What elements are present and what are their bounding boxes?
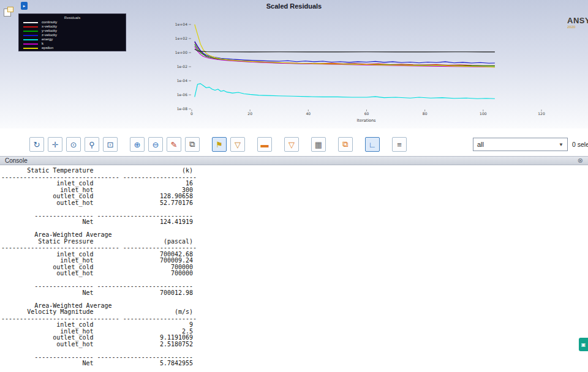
graphics-toolbar: ↻✛⊙⚲⊡⊕⊖✎⧉⚑▽▬▽▦⧉∟≡ all ▼ 0 select <box>0 133 588 155</box>
chevron-down-icon: ▼ <box>559 142 564 147</box>
chart-title: Scaled Residuals <box>0 2 588 10</box>
x-tick-label: 120 <box>538 111 545 116</box>
console-options-icon[interactable]: ⊗ <box>578 157 583 165</box>
filter-funnel-icon[interactable]: ▽ <box>230 137 245 152</box>
views-cube-icon[interactable]: ▦ <box>311 137 326 152</box>
y-tick-label: 1e-04 <box>177 78 187 83</box>
ansys-logo: ANSYS 2020 <box>567 16 588 29</box>
y-tick-label: 1e-02 <box>177 64 187 69</box>
orbit-icon[interactable]: ↻ <box>29 137 44 152</box>
y-tick-label: 1e+04 <box>175 22 187 26</box>
y-tick-label: 1e-06 <box>177 92 187 97</box>
y-tick-label: 1e-08 <box>177 106 187 111</box>
surface-filter-select[interactable]: all ▼ <box>473 138 568 151</box>
series-epsilon <box>195 24 495 67</box>
graphics-window[interactable]: ▸ Scaled Residuals Residuals continuityx… <box>0 0 588 128</box>
y-tick-label: 1e+00 <box>175 50 187 54</box>
zoom-dolly-icon[interactable]: ⊙ <box>66 137 81 152</box>
magnifier-icon[interactable]: ⚲ <box>85 137 99 152</box>
x-tick-label: 80 <box>423 111 428 116</box>
fluent-window: ▸ Scaled Residuals Residuals continuityx… <box>0 0 588 372</box>
clear-marker-icon[interactable]: ▬ <box>257 137 272 152</box>
plot-axes-icon[interactable]: ∟ <box>365 137 380 152</box>
x-tick-label: 60 <box>364 111 369 116</box>
y-tick-label: 1e+02 <box>175 36 187 40</box>
x-axis-label: Iterations <box>357 118 377 123</box>
console-output: Static Temperature (k) -----------------… <box>0 166 588 367</box>
toolbar-icons: ↻✛⊙⚲⊡⊕⊖✎⧉⚑▽▬▽▦⧉∟≡ <box>29 137 410 152</box>
selection-status: 0 select <box>572 141 588 148</box>
ansys-version-text: 2020 <box>567 25 588 29</box>
filter-options-icon[interactable]: ▽ <box>284 137 299 152</box>
zoom-out-icon[interactable]: ⊖ <box>148 137 163 152</box>
x-tick-label: 100 <box>480 111 487 116</box>
chat-glyph-icon: ▣ <box>581 342 586 348</box>
x-tick-label: 40 <box>306 111 311 116</box>
probe-flag-icon[interactable]: ⚑ <box>212 137 227 152</box>
series-energy <box>195 84 495 99</box>
feedback-chat-icon[interactable]: ▣ <box>579 338 588 351</box>
copy-screen-icon[interactable]: ⧉ <box>185 137 200 152</box>
console-header: Console ⊗ <box>0 156 588 165</box>
x-tick-label: 20 <box>247 111 252 116</box>
report-list-icon[interactable]: ≡ <box>392 137 407 152</box>
x-tick-label: 0 <box>190 111 193 116</box>
surface-filter-value: all <box>477 141 484 148</box>
zoom-in-icon[interactable]: ⊕ <box>130 137 145 152</box>
save-picture-icon[interactable]: ✎ <box>167 137 181 152</box>
residuals-plot[interactable]: Iterations 1e+041e+021e+001e-021e-041e-0… <box>0 11 588 128</box>
pan-icon[interactable]: ✛ <box>48 137 62 152</box>
ansys-logo-text: ANSYS <box>567 16 588 25</box>
zoom-area-icon[interactable]: ⊡ <box>103 137 118 152</box>
console-panel[interactable]: Static Temperature (k) -----------------… <box>0 166 588 372</box>
series-y-velocity <box>195 44 495 66</box>
console-title: Console <box>5 157 28 164</box>
compare-files-icon[interactable]: ⧉ <box>338 137 353 152</box>
series-continuity <box>195 49 495 52</box>
series-z-velocity <box>195 42 495 64</box>
